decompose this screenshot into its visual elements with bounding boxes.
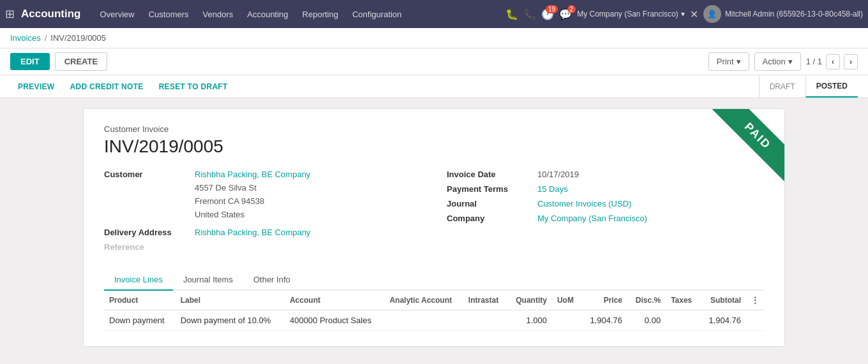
message-icon[interactable]: 💬2	[559, 8, 572, 20]
company-dropdown-icon: ▾	[681, 10, 685, 18]
main-menu: Overview Customers Vendors Accounting Re…	[94, 0, 506, 28]
bug-icon[interactable]: 🐛	[505, 8, 518, 20]
cell-quantity: 1.000	[507, 310, 552, 331]
address-line2: Fremont CA 94538	[195, 195, 421, 208]
cell-uom	[552, 310, 581, 331]
company-row: Company My Company (San Francisco)	[447, 214, 764, 223]
reference-label: Reference	[104, 242, 187, 252]
address-line3: United States	[195, 208, 421, 222]
menu-overview[interactable]: Overview	[94, 0, 141, 28]
avatar: 👤	[703, 5, 721, 23]
user-name: Mitchell Admin (655926-13-0-80c458-all)	[725, 10, 863, 18]
cell-subtotal: 1,904.76	[700, 310, 746, 331]
pager-next[interactable]: ›	[844, 54, 858, 69]
status-posted[interactable]: POSTED	[805, 75, 858, 98]
action-bar: EDIT CREATE Print ▾ Action ▾ 1 / 1 ‹ ›	[0, 48, 868, 75]
col-account: Account	[285, 291, 384, 310]
cell-analytic-account	[384, 310, 463, 331]
breadcrumb-current: INV/2019/0005	[50, 33, 106, 43]
delivery-address-label: Delivery Address	[104, 228, 187, 237]
pager-text: 1 / 1	[806, 57, 822, 66]
preview-button[interactable]: PREVIEW	[10, 75, 62, 98]
col-product: Product	[104, 291, 176, 310]
company-label: Company	[447, 214, 530, 223]
delivery-address-link[interactable]: Rishbha Packing, BE Company	[195, 228, 310, 237]
cell-disc: 0.00	[627, 310, 666, 331]
create-button[interactable]: CREATE	[55, 52, 107, 71]
invoice-card: PAID Customer Invoice INV/2019/0005 Cust…	[83, 108, 785, 347]
payment-terms-row: Payment Terms 15 Days	[447, 184, 764, 194]
topnav-right: 🐛 📞 🕐19 💬2 My Company (San Francisco) ▾ …	[505, 5, 863, 23]
company-name: My Company (San Francisco)	[577, 10, 678, 18]
top-navigation: ⊞ Accounting Overview Customers Vendors …	[0, 0, 868, 28]
sub-action-bar: PREVIEW ADD CREDIT NOTE RESET TO DRAFT D…	[0, 75, 868, 98]
main-content: PAID Customer Invoice INV/2019/0005 Cust…	[0, 98, 868, 364]
invoice-date-row: Invoice Date 10/17/2019	[447, 170, 764, 179]
menu-customers[interactable]: Customers	[142, 0, 195, 28]
col-subtotal: Subtotal	[700, 291, 746, 310]
customer-name-link[interactable]: Rishbha Packing, BE Company	[195, 170, 310, 179]
col-analytic-account: Analytic Account	[384, 291, 463, 310]
address-line1: 4557 De Silva St	[195, 182, 421, 195]
cell-menu	[746, 310, 764, 331]
close-icon[interactable]: ✕	[690, 8, 698, 20]
app-brand: Accounting	[21, 8, 81, 20]
col-menu: ⋮	[746, 291, 764, 310]
detail-left: Customer Rishbha Packing, BE Company 455…	[104, 170, 421, 257]
reset-to-draft-button[interactable]: RESET TO DRAFT	[151, 75, 236, 98]
print-label: Print	[717, 57, 734, 66]
activity-badge: 19	[546, 5, 558, 13]
print-button[interactable]: Print ▾	[708, 52, 749, 71]
journal-row: Journal Customer Invoices (USD)	[447, 199, 764, 208]
journal-value[interactable]: Customer Invoices (USD)	[537, 199, 631, 208]
tabs-bar: Invoice Lines Journal Items Other Info	[104, 270, 764, 291]
payment-terms-value[interactable]: 15 Days	[537, 184, 568, 194]
phone-icon[interactable]: 📞	[523, 8, 536, 20]
col-disc: Disc.%	[627, 291, 666, 310]
col-intrastat: Intrastat	[463, 291, 507, 310]
delivery-address-row: Delivery Address Rishbha Packing, BE Com…	[104, 228, 421, 237]
message-badge: 2	[567, 5, 576, 13]
cell-price: 1,904.76	[581, 310, 627, 331]
company-value[interactable]: My Company (San Francisco)	[537, 214, 647, 223]
tab-journal-items[interactable]: Journal Items	[173, 270, 243, 291]
add-credit-note-button[interactable]: ADD CREDIT NOTE	[62, 75, 151, 98]
invoice-lines-table: Product Label Account Analytic Account I…	[104, 291, 764, 331]
edit-button[interactable]: EDIT	[10, 53, 50, 70]
menu-configuration[interactable]: Configuration	[346, 0, 408, 28]
invoice-type: Customer Invoice	[104, 124, 764, 134]
menu-vendors[interactable]: Vendors	[197, 0, 240, 28]
company-selector[interactable]: My Company (San Francisco) ▾	[577, 10, 685, 18]
breadcrumb-separator: /	[45, 33, 47, 43]
table-row: Down payment Down payment of 10.0% 40000…	[104, 310, 764, 331]
cell-label: Down payment of 10.0%	[176, 310, 285, 331]
cell-account: 400000 Product Sales	[285, 310, 384, 331]
tab-other-info[interactable]: Other Info	[243, 270, 301, 291]
menu-reporting[interactable]: Reporting	[296, 0, 345, 28]
table-header-row: Product Label Account Analytic Account I…	[104, 291, 764, 310]
pager: 1 / 1 ‹ ›	[806, 54, 858, 69]
pager-prev[interactable]: ‹	[826, 54, 840, 69]
col-label: Label	[176, 291, 285, 310]
col-uom: UoM	[552, 291, 581, 310]
col-taxes: Taxes	[666, 291, 700, 310]
breadcrumb: Invoices / INV/2019/0005	[0, 28, 868, 48]
action-label: Action	[763, 57, 786, 66]
activity-icon[interactable]: 🕐19	[541, 8, 554, 20]
breadcrumb-parent[interactable]: Invoices	[10, 33, 41, 43]
status-draft[interactable]: DRAFT	[759, 75, 805, 98]
user-menu[interactable]: 👤 Mitchell Admin (655926-13-0-80c458-all…	[703, 5, 863, 23]
invoice-details: Customer Rishbha Packing, BE Company 455…	[104, 170, 764, 257]
detail-right: Invoice Date 10/17/2019 Payment Terms 15…	[447, 170, 764, 257]
menu-accounting[interactable]: Accounting	[241, 0, 294, 28]
reference-row: Reference	[104, 242, 421, 252]
invoice-date-label: Invoice Date	[447, 170, 530, 179]
col-quantity: Quantity	[507, 291, 552, 310]
customer-label: Customer	[104, 170, 187, 179]
action-button[interactable]: Action ▾	[754, 52, 801, 71]
cell-taxes	[666, 310, 700, 331]
address-block: 4557 De Silva St Fremont CA 94538 United…	[195, 182, 421, 221]
tab-invoice-lines[interactable]: Invoice Lines	[104, 270, 173, 291]
status-bar: DRAFT POSTED	[759, 75, 858, 98]
grid-icon[interactable]: ⊞	[5, 7, 15, 21]
